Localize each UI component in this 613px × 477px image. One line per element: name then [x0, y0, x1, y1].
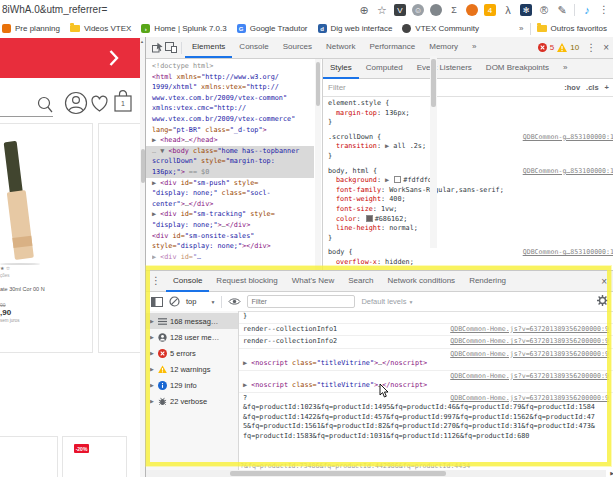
drawer-close-icon[interactable]: × — [601, 276, 607, 287]
tab-drawer-console[interactable]: Console — [166, 271, 209, 292]
tab-sources[interactable]: Sources — [276, 37, 319, 58]
sidebar-item-all-messages[interactable]: ▶ 168 messag… — [146, 313, 238, 329]
error-count[interactable]: 5 — [550, 43, 554, 52]
source-link[interactable]: QDBCommon-Home.js?v=637201389356200000:9 — [450, 372, 609, 382]
bookmark-star-icon[interactable]: ☆ — [376, 4, 388, 16]
console-message[interactable]: } — [239, 311, 613, 324]
hscrollbar-thumb[interactable] — [230, 471, 446, 476]
shield-extension-icon[interactable]: V — [394, 4, 406, 16]
account-icon[interactable] — [64, 91, 88, 115]
tab-dom-breakpoints[interactable]: DOM Breakpoints — [479, 59, 556, 79]
dark-blue-extension-icon[interactable]: ✻ — [520, 4, 532, 16]
expand-arrow-icon[interactable]: ▶ — [150, 366, 155, 372]
console-horizontal-scrollbar[interactable]: ▶ — [146, 470, 606, 477]
warning-count[interactable]: 10 — [570, 43, 579, 52]
logged-html-element[interactable]: ▶ <noscript class="titleVitrine">…</nosc… — [243, 381, 609, 391]
devtools-close-icon[interactable]: × — [603, 42, 609, 53]
registered-extension-icon[interactable]: ® — [538, 4, 550, 16]
tab-event-listeners[interactable]: Event Listeners — [410, 59, 479, 79]
source-link[interactable]: QDBCommon-Home.js?v=637201389356200000:9 — [450, 337, 609, 347]
expand-arrow-icon[interactable]: ▶ — [150, 318, 155, 324]
bookmark-vtex-community[interactable]: VTEX Community — [402, 24, 479, 33]
live-expression-eye-icon[interactable] — [228, 297, 241, 306]
new-style-rule-icon[interactable]: + — [605, 83, 609, 92]
error-badge-icon[interactable] — [538, 43, 547, 52]
device-toolbar-icon[interactable] — [164, 41, 178, 55]
wishlist-heart-icon[interactable] — [88, 92, 111, 114]
console-message[interactable]: QDBCommon-Home.js?v=637201389356200000:9… — [239, 336, 613, 349]
log-level-selector[interactable]: Default levels ▼ — [361, 297, 413, 306]
tab-search[interactable]: Search — [341, 271, 380, 292]
tab-computed[interactable]: Computed — [359, 59, 410, 79]
elements-tree[interactable]: <!doctype html><html xmlns="http://www.w… — [146, 59, 322, 270]
other-bookmarks[interactable]: Outros favoritos — [537, 24, 607, 33]
pencil-extension-icon[interactable]: ✎ — [556, 4, 568, 16]
cart-bag-icon[interactable]: 1 — [112, 89, 134, 114]
source-link[interactable]: QDBCommon-Home.js?v=637201389356200000:9 — [450, 350, 609, 360]
expand-arrow-icon[interactable]: ▶ — [150, 350, 155, 356]
bookmark-videos-vtex[interactable]: Videos VTEX — [70, 24, 131, 33]
elements-scrollbar[interactable] — [315, 59, 321, 270]
tab-styles[interactable]: Styles — [323, 59, 359, 79]
styles-scrollbar-thumb[interactable] — [431, 59, 436, 107]
expand-arrow-icon[interactable]: ▶ — [150, 398, 155, 404]
inspect-element-icon[interactable] — [150, 41, 164, 55]
context-selector[interactable]: top▼ — [186, 297, 215, 306]
tab-rendering[interactable]: Rendering — [462, 271, 513, 292]
product-card[interactable] — [98, 123, 145, 353]
bookmark-dig-web-interface[interactable]: d Dig web interface — [318, 24, 393, 33]
styles-scrollbar[interactable] — [430, 56, 437, 248]
tab-network-conditions[interactable]: Network conditions — [381, 271, 463, 292]
elements-code[interactable]: <!doctype html><html xmlns="http://www.w… — [146, 61, 314, 262]
console-message[interactable]: QDBCommon-Home.js?v=637201389356200000:9… — [239, 349, 613, 371]
url-text[interactable]: 8iWhA.0&utm_referrer= — [2, 4, 107, 15]
scroll-up-arrow[interactable]: ▲ — [140, 39, 144, 44]
tabs-more-icon[interactable]: » — [465, 37, 483, 58]
elements-scrollbar-thumb[interactable] — [316, 62, 320, 106]
clear-console-icon[interactable] — [169, 296, 180, 307]
sidebar-item-verbose[interactable]: ▶ 22 verbose — [146, 393, 238, 409]
lambda-extension-icon[interactable]: λ — [502, 4, 514, 16]
bookmark-splunk[interactable]: › Home | Splunk 7.0.3 — [141, 24, 226, 33]
tab-memory[interactable]: Memory — [422, 37, 465, 58]
bookmarks-overflow-icon[interactable]: » — [519, 24, 523, 33]
bookmark-google-tradutor[interactable]: G Google Tradutor — [237, 24, 308, 33]
page-scrollbar-thumb[interactable] — [141, 149, 145, 183]
tab-performance[interactable]: Performance — [362, 37, 422, 58]
source-link[interactable]: QDBCommon-Home.js?v=637201389356200000:9 — [450, 394, 609, 404]
search-icon[interactable] — [36, 95, 54, 115]
styles-filter-input[interactable]: Filter — [328, 83, 346, 92]
console-settings-gear-icon[interactable] — [597, 295, 608, 308]
warning-badge-icon[interactable] — [557, 43, 567, 52]
sigma-extension-icon[interactable]: Σ — [448, 4, 460, 16]
product-name[interactable]: ate 30ml Cor 00 N — [0, 286, 45, 292]
expand-arrow-icon[interactable]: ▶ — [150, 382, 155, 388]
tab-network[interactable]: Network — [319, 37, 362, 58]
product-card[interactable]: -20% — [62, 436, 127, 477]
reading-mode-icon[interactable]: ⊕ — [358, 4, 370, 16]
tab-elements[interactable]: Elements — [185, 37, 232, 58]
console-sidebar-toggle-icon[interactable] — [151, 297, 163, 307]
carousel-next-icon[interactable] — [109, 50, 119, 66]
circle-extension-icon[interactable] — [430, 4, 442, 16]
console-message[interactable]: QDBCommon-Home.js?v=637201389356200000:9… — [239, 393, 613, 443]
tab-request-blocking[interactable]: Request blocking — [209, 271, 284, 292]
chrome-menu-icon[interactable]: ⋮ — [599, 5, 609, 15]
orange-square-extension-icon[interactable]: 4 — [484, 4, 496, 16]
tab-console[interactable]: Console — [232, 37, 275, 58]
source-link[interactable]: QDBCommon-Home.js?v=637201389356200000:9 — [450, 325, 609, 335]
devtools-menu-icon[interactable]: ⋮ — [586, 43, 596, 53]
console-filter-input[interactable] — [247, 295, 355, 308]
sidebar-item-user-messages[interactable]: ▶ 128 user me… — [146, 329, 238, 345]
styles-code[interactable]: element.style {margin-top: 136px;}QDBCom… — [323, 97, 613, 268]
styles-tabs-more-icon[interactable]: » — [556, 59, 574, 79]
tab-whats-new[interactable]: What's New — [285, 271, 341, 292]
orange-ball-extension-icon[interactable] — [466, 4, 478, 16]
logged-html-element[interactable]: ▶ <noscript class="titleVitrine">…</nosc… — [243, 359, 609, 369]
product-card[interactable] — [0, 436, 58, 477]
drawer-menu-icon[interactable]: ⋮ — [151, 276, 161, 286]
bookmark-pre-planning[interactable]: Pre planning — [2, 24, 60, 33]
sidebar-item-warnings[interactable]: ▶ 12 warnings — [146, 361, 238, 377]
hov-toggle[interactable]: :hov — [564, 83, 580, 92]
console-message[interactable]: QDBCommon-Home.js?v=637201389356200000:9… — [239, 324, 613, 337]
